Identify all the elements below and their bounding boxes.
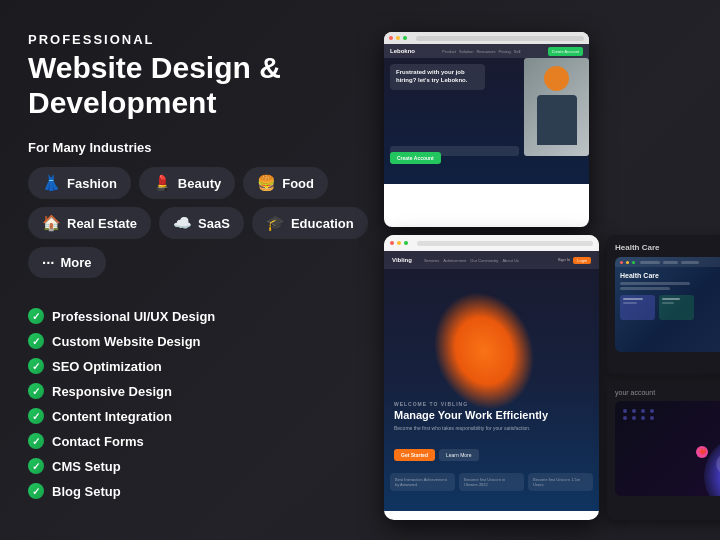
stat-awwward: Best Interaction Achievement by Awwward: [390, 473, 455, 491]
feature-1: ✓ Professional UI/UX Design: [28, 308, 368, 324]
stat-unicorn: Become first Unicorn in Ukraine 2022: [459, 473, 524, 491]
hc-nav-item3: [681, 261, 699, 264]
health-care-header: Health Care ›: [615, 243, 720, 252]
vibling-logo: Vibling: [392, 257, 412, 263]
right-column: Lebokno Product Solution Resources Prici…: [384, 32, 720, 520]
check-icon-3: ✓: [28, 358, 44, 374]
health-care-label: Health Care: [615, 243, 659, 252]
page-title: Website Design & Development: [28, 51, 368, 120]
nav-services: Services: [424, 258, 439, 263]
hc-dots: [620, 261, 635, 264]
dot-3: [641, 409, 645, 413]
stat-label-3: Become first Unicorn 1.5m Users: [533, 477, 588, 487]
create-account-btn[interactable]: Create Account: [390, 152, 441, 164]
education-icon: 🎓: [266, 214, 285, 232]
vibling-browser-bar: [384, 235, 599, 251]
account-card: your account ›: [607, 381, 720, 521]
login-btn[interactable]: Login: [573, 257, 591, 264]
feature-label-2: Custom Website Design: [52, 334, 201, 349]
feature-4: ✓ Responsive Design: [28, 383, 368, 399]
tag-food[interactable]: 🍔 Food: [243, 167, 328, 199]
hc-c2-line1: [662, 298, 680, 300]
vibling-nav: Vibling Services Achievement Our Communi…: [384, 251, 599, 269]
feature-label-7: CMS Setup: [52, 459, 121, 474]
stat-label-2: Become first Unicorn in Ukraine 2022: [464, 477, 519, 487]
dot-4: [650, 409, 654, 413]
stat-users: Become first Unicorn 1.5m Users: [528, 473, 593, 491]
food-icon: 🍔: [257, 174, 276, 192]
account-label: your account: [615, 389, 655, 396]
tag-real-estate[interactable]: 🏠 Real Estate: [28, 207, 151, 239]
hero-person: [524, 58, 589, 156]
hc-line2: [620, 287, 670, 290]
check-icon-8: ✓: [28, 483, 44, 499]
hc-card2: [659, 295, 694, 320]
hc-c1-line1: [623, 298, 643, 300]
check-icon-7: ✓: [28, 458, 44, 474]
real-estate-icon: 🏠: [42, 214, 61, 232]
tag-more-label: More: [61, 255, 92, 270]
feature-label-1: Professional UI/UX Design: [52, 309, 215, 324]
industries-label: For Many Industries: [28, 140, 368, 155]
stat-label-1: Best Interaction Achievement by Awwward: [395, 477, 450, 487]
tag-real-estate-label: Real Estate: [67, 216, 137, 231]
hc-content: Health Care: [615, 267, 720, 325]
vibling-nav-links: Services Achievement Our Community About…: [424, 258, 519, 263]
learn-more-btn[interactable]: Learn More: [439, 449, 479, 461]
hero-subtitle: Become the first who takes responsibilit…: [394, 425, 548, 431]
feature-label-6: Contact Forms: [52, 434, 144, 449]
dot-5: [623, 416, 627, 420]
nav-community: Our Community: [470, 258, 498, 263]
check-icon-4: ✓: [28, 383, 44, 399]
tag-education[interactable]: 🎓 Education: [252, 207, 368, 239]
icon-pink: ❤️: [696, 446, 708, 458]
account-header: your account ›: [615, 389, 720, 396]
get-started-btn[interactable]: Get Started: [394, 449, 435, 461]
sign-in-link[interactable]: Sign In: [558, 257, 570, 264]
tag-more[interactable]: ··· More: [28, 247, 106, 278]
nav-pricing: Pricing: [499, 49, 511, 54]
max-dot: [403, 36, 407, 40]
nav-product: Product: [442, 49, 456, 54]
nav-about: About Us: [502, 258, 518, 263]
health-care-card: Health Care ›: [607, 235, 720, 375]
saas-icon: ☁️: [173, 214, 192, 232]
tag-beauty[interactable]: 💄 Beauty: [139, 167, 235, 199]
tag-fashion-label: Fashion: [67, 176, 117, 191]
feature-3: ✓ SEO Optimization: [28, 358, 368, 374]
tag-saas[interactable]: ☁️ SaaS: [159, 207, 244, 239]
top-mockups-area: Lebokno Product Solution Resources Prici…: [384, 32, 720, 227]
lebokno-hero-card: Frustrated with your job hiring? let's t…: [390, 64, 485, 90]
hc-nav-item2: [663, 261, 678, 264]
feature-label-4: Responsive Design: [52, 384, 172, 399]
dot-2: [632, 409, 636, 413]
stats-row: Best Interaction Achievement by Awwward …: [390, 473, 593, 491]
tag-fashion[interactable]: 👗 Fashion: [28, 167, 131, 199]
hc-dot1: [620, 261, 623, 264]
vibling-hero-text: WELCOME TO VIBLING Manage Your Work Effi…: [394, 401, 548, 431]
vibling-auth-btns: Sign In Login: [558, 257, 591, 264]
feature-5: ✓ Content Integration: [28, 408, 368, 424]
industry-tags: 👗 Fashion 💄 Beauty 🍔 Food 🏠 Real Estate …: [28, 167, 368, 278]
hc-title: Health Care: [620, 272, 720, 279]
dot-6: [632, 416, 636, 420]
bottom-area: Vibling Services Achievement Our Communi…: [384, 235, 720, 520]
lebokno-mockup: Lebokno Product Solution Resources Prici…: [384, 32, 589, 227]
nav-solution: Solution: [459, 49, 473, 54]
dot-7: [641, 416, 645, 420]
tag-beauty-label: Beauty: [178, 176, 221, 191]
lebokno-nav: Lebokno Product Solution Resources Prici…: [384, 44, 589, 58]
person-head: [544, 66, 569, 91]
hero-title: Manage Your Work Efficiently: [394, 409, 548, 422]
dot-1: [623, 409, 627, 413]
lebokno-bar: [384, 32, 589, 44]
url-bar: [416, 36, 584, 41]
hc-c1-line2: [623, 302, 637, 304]
feature-2: ✓ Custom Website Design: [28, 333, 368, 349]
lebokno-cta-btn[interactable]: Create Account: [548, 47, 583, 56]
hc-dot3: [632, 261, 635, 264]
nav-sell: Sell: [514, 49, 521, 54]
hc-nav: [615, 257, 720, 267]
account-preview: 👤 🎵 💬 ❤️ 🎤: [615, 401, 720, 496]
hc-card1: [620, 295, 655, 320]
